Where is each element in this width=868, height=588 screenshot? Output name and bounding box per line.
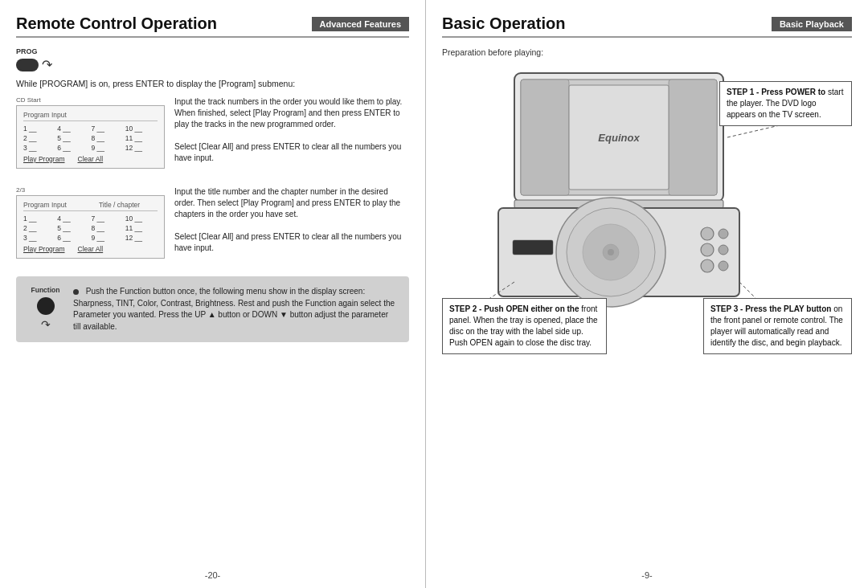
screen2-label: Program Input Title / chapter xyxy=(23,201,158,211)
svg-point-16 xyxy=(719,229,728,239)
step3-box: STEP 3 - Press the PLAY button on the fr… xyxy=(703,298,852,354)
left-panel: Remote Control Operation Advanced Featur… xyxy=(0,0,426,588)
screen1-grid: 1 __4 __7 __10 __ 2 __5 __8 __11 __ 3 __… xyxy=(23,125,158,152)
function-section: Function ↷ Push the Function button once… xyxy=(16,276,409,342)
function-button-icon xyxy=(37,297,55,315)
step1-title: STEP 1 - Press POWER to xyxy=(727,88,825,96)
prog-area: PROG ↷ xyxy=(16,47,409,72)
right-badge: Basic Playback xyxy=(772,17,852,31)
svg-point-14 xyxy=(701,243,714,256)
right-page-number: -9- xyxy=(641,570,652,580)
svg-rect-2 xyxy=(521,80,569,195)
svg-point-18 xyxy=(719,261,728,271)
function-label: Function xyxy=(31,286,60,294)
step2-box: STEP 2 - Push OPEN either on the front p… xyxy=(442,298,607,354)
instruction-text-1: Input the track numbers in the order you… xyxy=(174,96,409,164)
step1-box: STEP 1 - Press POWER to start the player… xyxy=(719,81,852,126)
screen1-box: Program Input 1 __4 __7 __10 __ 2 __5 __… xyxy=(16,105,165,169)
svg-point-15 xyxy=(701,259,714,272)
play-program-2[interactable]: Play Program xyxy=(23,245,65,253)
prog-instruction: While [PROGRAM] is on, press ENTER to di… xyxy=(16,79,409,88)
basic-op-subtitle: Preparation before playing: xyxy=(442,47,852,57)
prog-button-icon xyxy=(16,59,39,71)
svg-point-17 xyxy=(719,245,728,255)
left-title: Remote Control Operation xyxy=(16,14,312,33)
instruction-block-2: 2/3 Program Input Title / chapter 1 __4 … xyxy=(16,186,409,262)
left-page-number: -20- xyxy=(205,570,221,580)
screen1-footer: Play Program Clear All xyxy=(23,155,158,163)
function-text: Push the Function button once, the follo… xyxy=(73,286,398,333)
svg-text:Equinox: Equinox xyxy=(598,132,640,144)
screen2-box: Program Input Title / chapter 1 __4 __7 … xyxy=(16,195,165,259)
screen1-label: Program Input xyxy=(23,111,158,121)
prog-arrow-icon: ↷ xyxy=(42,57,52,72)
bullet-icon xyxy=(73,289,79,295)
instruction-block-1: CD Start Program Input 1 __4 __7 __10 __… xyxy=(16,96,409,172)
svg-line-20 xyxy=(727,125,780,137)
step3-title: STEP 3 - Press the PLAY button xyxy=(710,304,831,313)
play-program-1[interactable]: Play Program xyxy=(23,155,65,163)
left-badge: Advanced Features xyxy=(312,17,409,31)
screen2-grid: 1 __4 __7 __10 __ 2 __5 __8 __11 __ 3 __… xyxy=(23,214,158,242)
svg-point-12 xyxy=(608,249,614,255)
step2-title: STEP 2 - Push OPEN either on the xyxy=(449,304,579,313)
screen2-footer: Play Program Clear All xyxy=(23,245,158,253)
clear-all-2[interactable]: Clear All xyxy=(78,245,104,253)
screen1-tab: CD Start xyxy=(16,96,165,104)
right-title: Basic Operation xyxy=(442,14,772,33)
svg-point-13 xyxy=(701,227,714,240)
right-header: Basic Operation Basic Playback xyxy=(442,14,852,38)
right-panel: Basic Operation Basic Playback Preparati… xyxy=(426,0,868,588)
clear-all-1[interactable]: Clear All xyxy=(78,155,104,163)
dvd-player-area: Equinox xyxy=(442,65,852,354)
function-label-area: Function ↷ xyxy=(27,286,63,331)
svg-rect-19 xyxy=(513,240,553,255)
instruction-text-2: Input the title number and the chapter n… xyxy=(174,186,409,254)
left-header: Remote Control Operation Advanced Featur… xyxy=(16,14,409,38)
prog-label: PROG xyxy=(16,47,52,55)
screen2-tab: 2/3 xyxy=(16,186,165,194)
function-arrow-icon: ↷ xyxy=(41,318,51,331)
screen-box-2: 2/3 Program Input Title / chapter 1 __4 … xyxy=(16,186,165,262)
svg-rect-3 xyxy=(669,80,717,195)
screen-box-1: CD Start Program Input 1 __4 __7 __10 __… xyxy=(16,96,165,172)
